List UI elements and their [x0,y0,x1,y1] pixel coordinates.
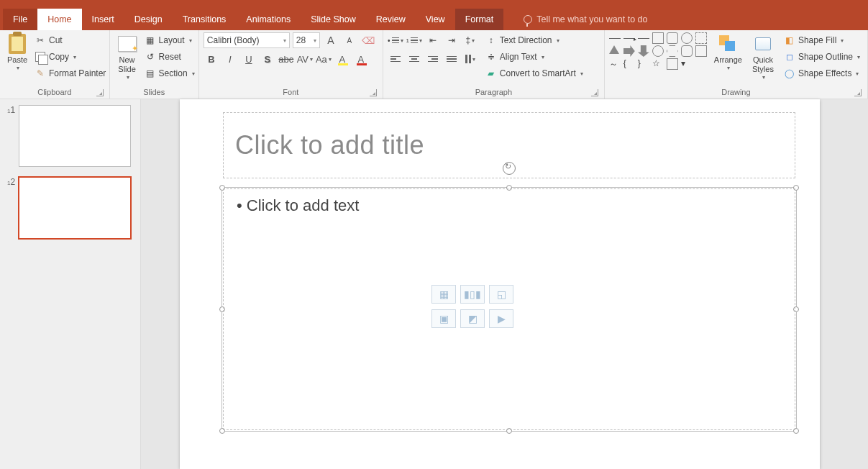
shape-effects-button[interactable]: ◯Shape Effects [781,65,863,81]
shape-rectangle[interactable] [652,32,664,44]
insert-smartart-icon[interactable]: ◱ [489,285,513,304]
underline-button[interactable]: U [241,51,257,67]
shape-line[interactable] [609,38,621,44]
layout-button[interactable]: ▦Layout [142,32,198,48]
effects-icon: ◯ [784,68,795,79]
arrange-button[interactable]: Arrange [711,32,745,73]
new-slide-button[interactable]: New Slide [114,32,140,83]
align-center-button[interactable] [406,51,422,67]
grow-font-button[interactable]: A [323,32,339,48]
insert-table-icon[interactable]: ▦ [431,285,456,304]
insert-video-icon[interactable]: ▶ [489,309,513,328]
numbering-button[interactable] [406,32,422,48]
shape-arrow-line[interactable]: ▸ [623,38,635,44]
clear-formatting-button[interactable]: ⌫ [360,32,376,48]
tab-insert[interactable]: Insert [82,9,124,30]
shape-curve[interactable]: ～ [609,58,621,70]
thumbnail-item: 1 [7,105,133,167]
convert-smartart-button[interactable]: ▰Convert to SmartArt [483,65,586,81]
tab-transitions[interactable]: Transitions [173,9,237,30]
shape-star[interactable]: ☆ [652,58,664,70]
quick-styles-icon [753,34,773,54]
shape-action[interactable] [695,45,707,57]
slide-thumbnail-1[interactable] [19,105,131,167]
justify-button[interactable] [444,51,460,67]
shape-banner[interactable] [667,58,678,70]
tab-slideshow[interactable]: Slide Show [301,9,366,30]
ribbon-tabs: File Home Insert Design Transitions Anim… [0,9,868,30]
shape-callout[interactable] [681,45,693,57]
shapes-gallery[interactable]: ▸ ～ { } ☆ ▾ [609,32,707,70]
shape-hexagon[interactable] [667,45,678,57]
thumbnail-number: 1 [7,105,13,115]
tab-review[interactable]: Review [366,9,416,30]
shape-more[interactable]: ▾ [681,58,693,70]
brush-icon: ✎ [35,68,46,79]
clipboard-dialog-launcher[interactable] [96,89,104,96]
shape-connector[interactable] [638,38,649,44]
shape-oval[interactable] [681,32,693,44]
text-direction-button[interactable]: ↕Text Direction [483,32,586,48]
slide-canvas[interactable]: Click to add title Click to add text ▦ ▮… [141,99,868,469]
insert-picture-icon[interactable]: ▣ [431,309,456,328]
layout-icon: ▦ [145,35,156,46]
text-direction-icon: ↕ [485,35,497,46]
group-paragraph: ⇤ ⇥ ‡ ↕Text Direction ≑Align Text ▰Conve… [383,30,605,99]
line-spacing-button[interactable]: ‡ [462,32,478,48]
columns-button[interactable] [462,51,478,67]
copy-button[interactable]: Copy [32,49,109,65]
paste-button[interactable]: Paste [4,32,30,73]
align-text-button[interactable]: ≑Align Text [483,49,586,65]
italic-button[interactable]: I [222,51,238,67]
bold-button[interactable]: B [204,51,219,67]
slide: Click to add title Click to add text ▦ ▮… [180,99,820,469]
body-placeholder-text: Click to add text [237,196,782,215]
shrink-font-button[interactable]: A [342,32,357,48]
arrange-icon [718,34,738,54]
new-slide-icon [118,36,137,52]
shape-rounded-rect[interactable] [667,32,678,44]
align-right-button[interactable] [425,51,441,67]
shape-arrow-down[interactable] [638,45,649,57]
reset-button[interactable]: ↺Reset [142,49,198,65]
decrease-indent-button[interactable]: ⇤ [425,32,441,48]
shape-smiley[interactable] [652,45,664,57]
paragraph-dialog-launcher[interactable] [591,89,598,96]
format-painter-button[interactable]: ✎Format Painter [32,65,109,81]
shape-textbox[interactable] [695,32,707,44]
font-color-button[interactable]: A [353,51,369,67]
font-size-combo[interactable]: 28▾ [293,32,320,48]
rotate-handle[interactable] [503,162,516,175]
shape-lbrace[interactable]: { [623,58,635,70]
tell-me-search[interactable]: Tell me what you want to do [513,9,657,30]
cut-button[interactable]: ✂Cut [32,32,109,48]
insert-chart-icon[interactable]: ▮▯▮ [460,285,485,304]
quick-styles-button[interactable]: Quick Styles [749,32,777,83]
highlight-button[interactable]: A [334,51,350,67]
tab-design[interactable]: Design [124,9,173,30]
font-name-combo[interactable]: Calibri (Body)▾ [204,32,290,48]
tab-file[interactable]: File [3,9,37,30]
bullets-button[interactable] [388,32,403,48]
change-case-button[interactable]: Aa [316,51,332,67]
text-shadow-button[interactable]: S [260,51,275,67]
insert-online-picture-icon[interactable]: ◩ [460,309,485,328]
shape-rbrace[interactable]: } [638,58,649,70]
shape-outline-button[interactable]: ◻Shape Outline [781,49,863,65]
tab-home[interactable]: Home [37,9,81,30]
shape-arrow-right[interactable] [623,45,635,57]
font-dialog-launcher[interactable] [370,89,377,96]
section-button[interactable]: ▤Section [142,65,198,81]
shape-triangle[interactable] [609,45,619,54]
char-spacing-button[interactable]: AV [297,51,313,67]
tab-animations[interactable]: Animations [236,9,301,30]
drawing-dialog-launcher[interactable] [854,89,862,96]
increase-indent-button[interactable]: ⇥ [444,32,460,48]
slide-thumbnail-2[interactable] [19,177,131,239]
tab-format[interactable]: Format [455,9,504,30]
tab-view[interactable]: View [416,9,455,30]
shape-fill-button[interactable]: ◧Shape Fill [781,32,863,48]
align-left-button[interactable] [388,51,403,67]
copy-icon [35,51,46,63]
strikethrough-button[interactable]: abc [278,51,294,67]
